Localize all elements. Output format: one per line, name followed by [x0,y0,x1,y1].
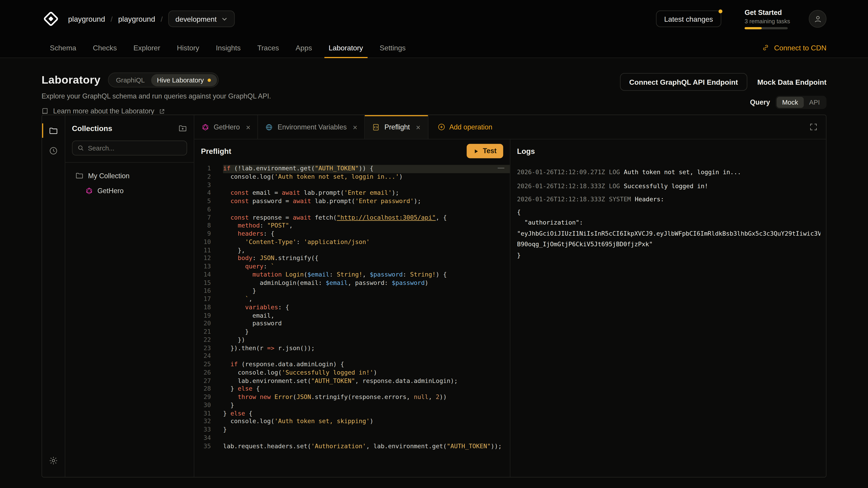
code-line[interactable]: 30 } [194,401,510,410]
code-line[interactable]: 26 console.log('Successfully logged in!'… [194,369,510,377]
connect-endpoint-button[interactable]: Connect GraphQL API Endpoint [620,73,747,91]
code-line[interactable]: 22 }) [194,336,510,344]
code-line[interactable]: 1if (!lab.environment.get("AUTH_TOKEN"))… [194,165,510,173]
new-folder-button[interactable] [178,124,187,133]
tab-gethero[interactable]: GetHero × [194,115,258,139]
code-line[interactable]: 29 throw new Error(JSON.stringify(respon… [194,393,510,401]
mock-data-endpoint-button[interactable]: Mock Data Endpoint [757,78,827,86]
code-line[interactable]: 10 'Content-Type': 'application/json' [194,238,510,247]
breadcrumb-project[interactable]: playground [118,15,155,23]
line-number: 27 [194,377,211,385]
collapse-editor-icon[interactable]: — [498,164,504,172]
code-line[interactable]: 32 console.log('Auth token set, skipping… [194,418,510,426]
code-line[interactable]: 2 console.log('Auth token not set, loggi… [194,173,510,181]
connect-to-cdn-link[interactable]: Connect to CDN [762,43,827,52]
fullscreen-button[interactable] [800,115,826,139]
graphql-icon [202,123,209,131]
nav-tab-laboratory[interactable]: Laboratory [320,38,371,58]
mode-option-graphiql[interactable]: GraphiQL [110,74,151,86]
code-line[interactable]: 3 [194,181,510,189]
code-line[interactable]: 4 const email = await lab.prompt('Enter … [194,189,510,197]
code-line[interactable]: 9 headers: { [194,230,510,238]
get-started-subtitle: 3 remaining tasks [745,18,788,24]
nav-tab-checks[interactable]: Checks [85,38,125,58]
code-line[interactable]: 25 if (response.data.adminLogin) { [194,361,510,369]
target-selector-value: development [176,15,217,23]
learn-more-link[interactable]: Learn more about the Laboratory [41,107,827,115]
icon-rail [42,115,65,477]
line-number: 35 [194,442,211,451]
target-selector[interactable]: development [168,11,235,27]
search-input[interactable] [88,144,182,152]
code-line[interactable]: 17 `, [194,295,510,304]
close-icon[interactable]: × [246,123,250,131]
rail-history-button[interactable] [42,140,65,160]
tree-item-gethero[interactable]: GetHero [82,183,187,198]
nav-tab-explorer[interactable]: Explorer [125,38,168,58]
endpoint-option-api[interactable]: API [804,97,825,108]
code-line[interactable]: 20 password [194,320,510,328]
code-line[interactable]: 16 } [194,287,510,295]
code-line[interactable]: 8 method: "POST", [194,222,510,230]
code-line[interactable]: 15 adminLogin(email: $email, password: $… [194,279,510,287]
rail-settings-button[interactable] [42,450,65,470]
get-started-widget[interactable]: Get Started 3 remaining tasks [745,8,788,29]
rail-collections-button[interactable] [42,121,65,140]
tab-environment-variables[interactable]: Environment Variables × [258,115,365,139]
log-raw-line: { [517,207,820,218]
preflight-editor[interactable]: 1if (!lab.environment.get("AUTH_TOKEN"))… [194,163,510,477]
code-line[interactable]: 35lab.request.headers.set('Authorization… [194,442,510,451]
code-text: } [223,426,510,434]
code-line[interactable]: 27 lab.environment.set("AUTH_TOKEN", res… [194,377,510,385]
nav-tab-history[interactable]: History [168,38,208,58]
code-line[interactable]: 7 const response = await fetch("http://l… [194,214,510,222]
nav-tab-insights[interactable]: Insights [208,38,249,58]
code-line[interactable]: 28 } else { [194,385,510,393]
code-line[interactable]: 13 query: ` [194,263,510,271]
code-line[interactable]: 14 mutation Login($email: String!, $pass… [194,271,510,279]
code-line[interactable]: 31} else { [194,410,510,418]
preflight-title: Preflight [201,147,231,155]
endpoint-option-mock[interactable]: Mock [777,97,804,108]
progress-fill [745,27,762,29]
hive-logo-icon[interactable] [41,9,60,28]
avatar[interactable] [809,10,827,28]
latest-changes-button[interactable]: Latest changes [656,11,721,27]
header-row: playground / playground / development La… [0,0,868,38]
nav-tab-schema[interactable]: Schema [41,38,85,58]
tab-preflight[interactable]: Preflight × [365,115,428,139]
code-text [223,353,510,361]
nav-tab-settings[interactable]: Settings [371,38,414,58]
tab-label: Environment Variables [278,123,347,131]
code-text: email, [223,312,510,320]
breadcrumb-org[interactable]: playground [68,15,105,23]
code-line[interactable]: 34 [194,434,510,442]
log-raw-line: "authorization": [517,218,820,228]
code-line[interactable]: 24 [194,353,510,361]
close-icon[interactable]: × [353,123,358,131]
line-number: 23 [194,344,211,352]
code-line[interactable]: 21 } [194,328,510,336]
code-line[interactable]: 11 }, [194,247,510,255]
log-entry: 2026-01-26T12:12:18.333ZSYSTEMHeaders: [517,193,820,207]
code-line[interactable]: 5 const password = await lab.prompt('Ent… [194,197,510,205]
code-line[interactable]: 18 variables: { [194,304,510,312]
line-number: 8 [194,222,211,230]
nav-tab-apps[interactable]: Apps [287,38,320,58]
line-number: 16 [194,287,211,295]
code-line[interactable]: 6 [194,205,510,214]
external-link-icon [159,108,165,114]
code-line[interactable]: 33} [194,426,510,434]
progress-bar [745,27,788,29]
code-text: const response = await fetch("http://loc… [223,214,510,222]
code-line[interactable]: 23 }).then(r => r.json()); [194,344,510,352]
main-nav: SchemaChecksExplorerHistoryInsightsTrace… [0,38,868,58]
mode-option-hive-laboratory[interactable]: Hive Laboratory [151,74,217,86]
tree-item-my-collection[interactable]: My Collection [72,168,187,183]
close-icon[interactable]: × [416,123,421,131]
test-button[interactable]: Test [467,144,503,158]
code-line[interactable]: 19 email, [194,312,510,320]
nav-tab-traces[interactable]: Traces [249,38,287,58]
code-line[interactable]: 12 body: JSON.stringify({ [194,255,510,263]
add-operation-button[interactable]: Add operation [428,115,501,139]
